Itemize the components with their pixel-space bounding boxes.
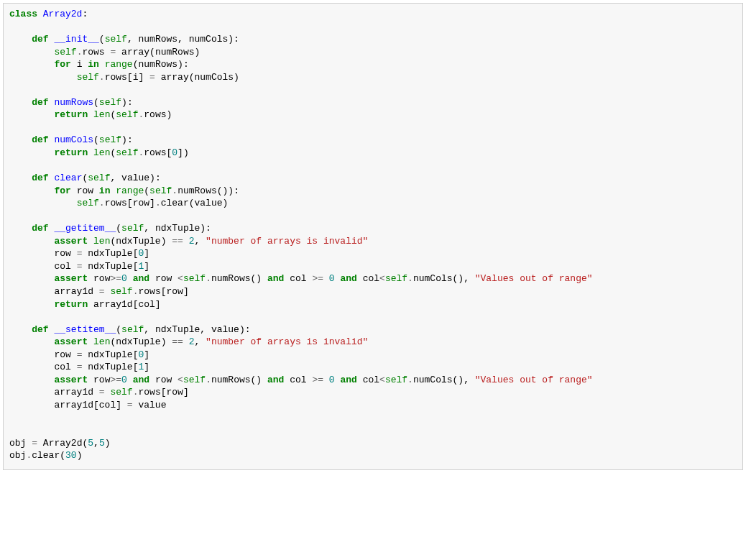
code-token: self bbox=[385, 375, 407, 385]
code-token: __getitem__ bbox=[54, 223, 116, 234]
code-token: >= bbox=[312, 273, 323, 284]
code-token bbox=[9, 147, 54, 158]
code-token bbox=[9, 336, 54, 347]
code-token: , bbox=[195, 236, 206, 247]
code-token: def bbox=[32, 34, 54, 45]
code-line: def clear(self, value): bbox=[9, 172, 737, 185]
code-token: ( bbox=[93, 134, 99, 145]
code-token: and bbox=[340, 273, 362, 284]
code-token: row bbox=[155, 273, 178, 284]
code-token bbox=[323, 375, 329, 385]
code-token: == bbox=[172, 236, 183, 247]
code-line: for row in range(self.numRows()): bbox=[9, 185, 737, 198]
code-token: "Values out of range" bbox=[475, 375, 593, 385]
code-token: , ndxTuple, value): bbox=[144, 324, 250, 335]
code-token: self bbox=[54, 47, 76, 58]
code-token: self bbox=[183, 375, 206, 385]
code-token: row bbox=[77, 185, 99, 196]
code-line bbox=[9, 424, 737, 437]
code-token: = bbox=[32, 438, 37, 449]
code-token: 2 bbox=[189, 236, 195, 247]
code-token: __init__ bbox=[54, 34, 98, 45]
code-token bbox=[9, 223, 32, 234]
code-token: return bbox=[54, 109, 93, 120]
code-token: ) bbox=[105, 438, 111, 449]
code-token: col bbox=[9, 261, 77, 272]
code-token: and bbox=[267, 273, 290, 284]
code-token: 0 bbox=[121, 375, 127, 385]
code-token: rows[row] bbox=[138, 286, 188, 297]
code-line: class Array2d: bbox=[9, 8, 737, 21]
code-token: numRows() bbox=[211, 375, 267, 385]
code-token: def bbox=[32, 134, 54, 145]
code-token: array1d[col] bbox=[9, 400, 127, 410]
code-token: "Values out of range" bbox=[475, 273, 593, 284]
code-token: ndxTuple[ bbox=[82, 261, 138, 272]
code-token: 0 bbox=[329, 273, 335, 284]
code-token: obj bbox=[9, 450, 26, 461]
code-token: i bbox=[77, 59, 88, 70]
code-token: ndxTuple[ bbox=[82, 248, 138, 259]
code-token: self bbox=[99, 134, 121, 145]
code-token: return bbox=[54, 147, 93, 158]
code-token: 30 bbox=[65, 450, 77, 461]
code-line: def __init__(self, numRows, numCols): bbox=[9, 33, 737, 46]
code-token: ) bbox=[77, 450, 83, 461]
code-token bbox=[9, 198, 77, 208]
code-token: . bbox=[155, 198, 161, 208]
code-token: ] bbox=[144, 349, 149, 360]
code-token: self bbox=[183, 273, 206, 284]
code-block: class Array2d: def __init__(self, numRow… bbox=[3, 3, 743, 470]
code-token: row bbox=[9, 248, 77, 259]
code-token: self bbox=[121, 324, 144, 335]
code-token: : bbox=[82, 9, 88, 19]
code-token: ( bbox=[116, 324, 121, 335]
code-token bbox=[9, 185, 54, 196]
code-token: numRows()): bbox=[178, 185, 239, 196]
code-token: < bbox=[178, 375, 183, 385]
code-line: for i in range(numRows): bbox=[9, 58, 737, 71]
code-token: self bbox=[149, 185, 172, 196]
code-token: = bbox=[99, 387, 105, 398]
code-token: col bbox=[363, 375, 379, 385]
code-token: len bbox=[93, 236, 110, 247]
code-line: self.rows[i] = array(numCols) bbox=[9, 71, 737, 84]
code-token: ( bbox=[93, 97, 99, 108]
code-token: = bbox=[127, 400, 133, 410]
code-token: 0 bbox=[172, 147, 178, 158]
code-token: , value): bbox=[110, 173, 160, 183]
code-token: for bbox=[54, 185, 76, 196]
code-token: col bbox=[290, 273, 312, 284]
code-token: >= bbox=[110, 375, 121, 385]
code-line: array1d[col] = value bbox=[9, 399, 737, 412]
code-token: ( bbox=[116, 223, 121, 234]
code-token: 5 bbox=[99, 438, 105, 449]
code-token: __setitem__ bbox=[54, 324, 116, 335]
code-token: 2 bbox=[189, 336, 195, 347]
code-token: ndxTuple[ bbox=[82, 362, 138, 372]
code-token: clear bbox=[54, 173, 82, 183]
code-token bbox=[9, 72, 77, 83]
code-token: array(numRows) bbox=[116, 47, 200, 58]
code-token bbox=[9, 299, 54, 310]
code-token: for bbox=[54, 59, 76, 70]
code-token: self bbox=[116, 147, 138, 158]
code-token: ]) bbox=[178, 147, 189, 158]
code-token: ] bbox=[144, 248, 149, 259]
code-token bbox=[9, 173, 32, 183]
code-token: , ndxTuple): bbox=[144, 223, 211, 234]
code-token: def bbox=[32, 223, 54, 234]
code-token: . bbox=[407, 273, 413, 284]
code-token: self bbox=[77, 72, 99, 83]
code-token: < bbox=[379, 375, 385, 385]
code-token bbox=[9, 59, 54, 70]
code-token bbox=[9, 34, 32, 45]
code-line: def __getitem__(self, ndxTuple): bbox=[9, 222, 737, 235]
code-token: == bbox=[172, 336, 183, 347]
code-token: and bbox=[340, 375, 362, 385]
code-token bbox=[127, 273, 133, 284]
code-token: , bbox=[93, 438, 99, 449]
code-token: row bbox=[155, 375, 178, 385]
code-line: assert row>=0 and row <self.numRows() an… bbox=[9, 272, 737, 285]
code-line: def numCols(self): bbox=[9, 134, 737, 147]
